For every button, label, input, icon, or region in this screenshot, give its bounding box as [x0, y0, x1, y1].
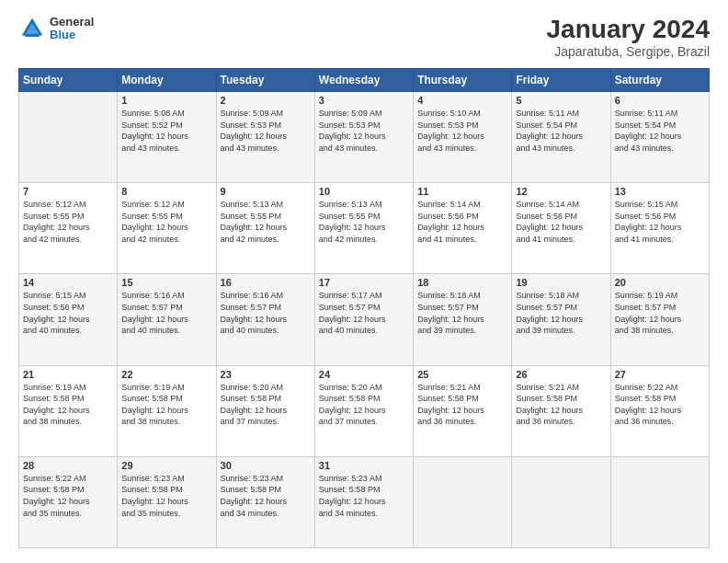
day-info: Sunrise: 5:14 AM Sunset: 5:56 PM Dayligh… — [417, 199, 507, 245]
weekday-header: Monday — [118, 69, 216, 92]
logo-blue: Blue — [50, 29, 94, 41]
day-info: Sunrise: 5:09 AM Sunset: 5:53 PM Dayligh… — [221, 108, 311, 154]
calendar-cell — [512, 456, 610, 547]
calendar-table: SundayMondayTuesdayWednesdayThursdayFrid… — [18, 68, 710, 548]
calendar-cell: 18Sunrise: 5:18 AM Sunset: 5:57 PM Dayli… — [414, 274, 512, 365]
day-info: Sunrise: 5:18 AM Sunset: 5:57 PM Dayligh… — [516, 290, 606, 336]
day-number: 13 — [615, 186, 705, 197]
day-number: 10 — [319, 186, 409, 197]
day-info: Sunrise: 5:13 AM Sunset: 5:55 PM Dayligh… — [319, 199, 409, 245]
day-info: Sunrise: 5:10 AM Sunset: 5:53 PM Dayligh… — [417, 108, 507, 154]
calendar-header: SundayMondayTuesdayWednesdayThursdayFrid… — [19, 69, 710, 92]
calendar-cell: 23Sunrise: 5:20 AM Sunset: 5:58 PM Dayli… — [216, 365, 314, 456]
day-number: 17 — [319, 277, 409, 288]
day-info: Sunrise: 5:22 AM Sunset: 5:58 PM Dayligh… — [615, 382, 705, 428]
day-info: Sunrise: 5:23 AM Sunset: 5:58 PM Dayligh… — [221, 473, 311, 519]
day-number: 28 — [23, 460, 113, 471]
day-number: 21 — [23, 369, 113, 380]
title-area: January 2024 Japaratuba, Sergipe, Brazil — [547, 15, 710, 59]
day-number: 16 — [221, 277, 311, 288]
day-info: Sunrise: 5:15 AM Sunset: 5:56 PM Dayligh… — [23, 290, 113, 336]
calendar-cell: 9Sunrise: 5:13 AM Sunset: 5:55 PM Daylig… — [216, 183, 314, 274]
logo-text: General Blue — [50, 16, 94, 42]
calendar-cell — [414, 456, 512, 547]
weekday-header: Saturday — [610, 69, 709, 92]
day-info: Sunrise: 5:16 AM Sunset: 5:57 PM Dayligh… — [121, 290, 211, 336]
calendar-cell: 6Sunrise: 5:11 AM Sunset: 5:54 PM Daylig… — [610, 92, 709, 183]
weekday-row: SundayMondayTuesdayWednesdayThursdayFrid… — [19, 69, 710, 92]
day-info: Sunrise: 5:17 AM Sunset: 5:57 PM Dayligh… — [319, 290, 409, 336]
day-number: 4 — [417, 95, 507, 106]
calendar-cell: 7Sunrise: 5:12 AM Sunset: 5:55 PM Daylig… — [19, 183, 118, 274]
day-number: 27 — [615, 369, 705, 380]
day-number: 31 — [319, 460, 409, 471]
calendar-cell: 25Sunrise: 5:21 AM Sunset: 5:58 PM Dayli… — [414, 365, 512, 456]
logo-general: General — [50, 16, 94, 29]
day-number: 1 — [121, 95, 211, 106]
weekday-header: Wednesday — [314, 69, 413, 92]
day-info: Sunrise: 5:22 AM Sunset: 5:58 PM Dayligh… — [23, 473, 113, 519]
calendar-cell: 26Sunrise: 5:21 AM Sunset: 5:58 PM Dayli… — [512, 365, 610, 456]
day-info: Sunrise: 5:23 AM Sunset: 5:58 PM Dayligh… — [121, 473, 211, 519]
calendar-cell: 11Sunrise: 5:14 AM Sunset: 5:56 PM Dayli… — [414, 183, 512, 274]
day-info: Sunrise: 5:19 AM Sunset: 5:57 PM Dayligh… — [615, 290, 705, 336]
calendar-cell: 10Sunrise: 5:13 AM Sunset: 5:55 PM Dayli… — [314, 183, 413, 274]
calendar-cell: 8Sunrise: 5:12 AM Sunset: 5:55 PM Daylig… — [118, 183, 216, 274]
calendar-cell: 15Sunrise: 5:16 AM Sunset: 5:57 PM Dayli… — [118, 274, 216, 365]
calendar-week-row: 7Sunrise: 5:12 AM Sunset: 5:55 PM Daylig… — [19, 183, 710, 274]
calendar-cell: 17Sunrise: 5:17 AM Sunset: 5:57 PM Dayli… — [314, 274, 413, 365]
day-info: Sunrise: 5:20 AM Sunset: 5:58 PM Dayligh… — [221, 382, 311, 428]
calendar-cell — [19, 92, 118, 183]
weekday-header: Thursday — [414, 69, 512, 92]
day-number: 7 — [23, 186, 113, 197]
day-number: 3 — [319, 95, 409, 106]
month-title: January 2024 — [547, 15, 710, 44]
calendar-cell: 2Sunrise: 5:09 AM Sunset: 5:53 PM Daylig… — [216, 92, 314, 183]
day-info: Sunrise: 5:23 AM Sunset: 5:58 PM Dayligh… — [319, 473, 409, 519]
calendar-cell: 24Sunrise: 5:20 AM Sunset: 5:58 PM Dayli… — [314, 365, 413, 456]
day-number: 22 — [121, 369, 211, 380]
weekday-header: Tuesday — [216, 69, 314, 92]
day-number: 24 — [319, 369, 409, 380]
calendar-cell: 3Sunrise: 5:09 AM Sunset: 5:53 PM Daylig… — [314, 92, 413, 183]
day-info: Sunrise: 5:14 AM Sunset: 5:56 PM Dayligh… — [516, 199, 606, 245]
calendar-cell: 13Sunrise: 5:15 AM Sunset: 5:56 PM Dayli… — [610, 183, 709, 274]
day-number: 8 — [121, 186, 211, 197]
day-number: 26 — [516, 369, 606, 380]
day-number: 6 — [615, 95, 705, 106]
day-info: Sunrise: 5:08 AM Sunset: 5:52 PM Dayligh… — [121, 108, 211, 154]
day-info: Sunrise: 5:15 AM Sunset: 5:56 PM Dayligh… — [615, 199, 705, 245]
day-info: Sunrise: 5:16 AM Sunset: 5:57 PM Dayligh… — [221, 290, 311, 336]
logo: General Blue — [18, 15, 94, 42]
calendar-cell: 16Sunrise: 5:16 AM Sunset: 5:57 PM Dayli… — [216, 274, 314, 365]
day-info: Sunrise: 5:12 AM Sunset: 5:55 PM Dayligh… — [23, 199, 113, 245]
day-number: 29 — [121, 460, 211, 471]
weekday-header: Friday — [512, 69, 610, 92]
day-number: 18 — [417, 277, 507, 288]
calendar-week-row: 14Sunrise: 5:15 AM Sunset: 5:56 PM Dayli… — [19, 274, 710, 365]
day-info: Sunrise: 5:20 AM Sunset: 5:58 PM Dayligh… — [319, 382, 409, 428]
calendar-cell: 19Sunrise: 5:18 AM Sunset: 5:57 PM Dayli… — [512, 274, 610, 365]
calendar-cell: 12Sunrise: 5:14 AM Sunset: 5:56 PM Dayli… — [512, 183, 610, 274]
logo-icon — [18, 15, 46, 42]
header: General Blue January 2024 Japaratuba, Se… — [18, 15, 710, 59]
day-info: Sunrise: 5:09 AM Sunset: 5:53 PM Dayligh… — [319, 108, 409, 154]
calendar-week-row: 21Sunrise: 5:19 AM Sunset: 5:58 PM Dayli… — [19, 365, 710, 456]
calendar-cell: 14Sunrise: 5:15 AM Sunset: 5:56 PM Dayli… — [19, 274, 118, 365]
day-number: 14 — [23, 277, 113, 288]
day-number: 12 — [516, 186, 606, 197]
calendar-body: 1Sunrise: 5:08 AM Sunset: 5:52 PM Daylig… — [19, 92, 710, 548]
calendar-cell: 1Sunrise: 5:08 AM Sunset: 5:52 PM Daylig… — [118, 92, 216, 183]
svg-rect-2 — [26, 34, 40, 37]
calendar-cell: 31Sunrise: 5:23 AM Sunset: 5:58 PM Dayli… — [314, 456, 413, 547]
calendar-cell — [610, 456, 709, 547]
day-info: Sunrise: 5:12 AM Sunset: 5:55 PM Dayligh… — [121, 199, 211, 245]
calendar-week-row: 28Sunrise: 5:22 AM Sunset: 5:58 PM Dayli… — [19, 456, 710, 547]
day-number: 30 — [221, 460, 311, 471]
calendar-cell: 28Sunrise: 5:22 AM Sunset: 5:58 PM Dayli… — [19, 456, 118, 547]
calendar-cell: 30Sunrise: 5:23 AM Sunset: 5:58 PM Dayli… — [216, 456, 314, 547]
day-info: Sunrise: 5:11 AM Sunset: 5:54 PM Dayligh… — [516, 108, 606, 154]
day-info: Sunrise: 5:19 AM Sunset: 5:58 PM Dayligh… — [23, 382, 113, 428]
calendar-cell: 20Sunrise: 5:19 AM Sunset: 5:57 PM Dayli… — [610, 274, 709, 365]
day-number: 15 — [121, 277, 211, 288]
